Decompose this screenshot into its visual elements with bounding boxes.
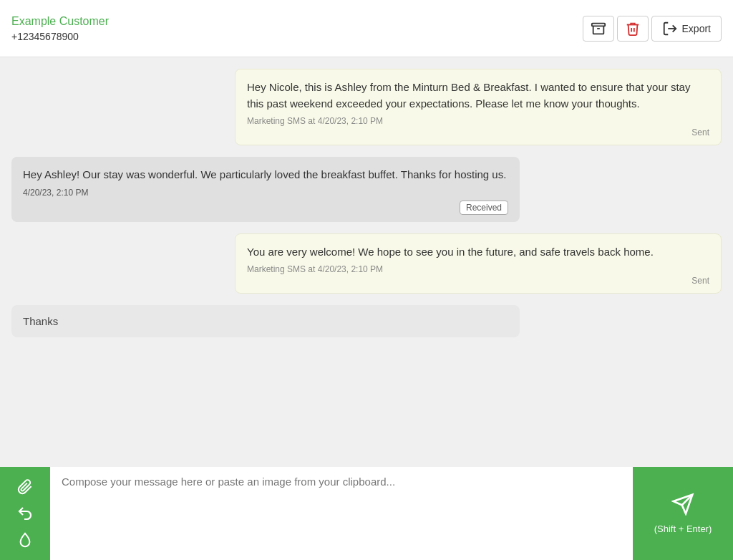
paperclip-icon	[17, 479, 33, 495]
draft-text: Thanks	[23, 315, 508, 327]
reply-icon	[16, 505, 34, 522]
send-icon	[671, 493, 694, 521]
received-footer: Received	[23, 201, 508, 215]
svg-rect-0	[591, 23, 604, 26]
message-meta: Marketing SMS at 4/20/23, 2:10 PM	[247, 264, 709, 274]
received-badge: Received	[460, 201, 508, 215]
compose-input[interactable]	[62, 475, 621, 551]
attach-button[interactable]	[11, 474, 39, 500]
archive-icon	[591, 21, 606, 37]
drop-button[interactable]	[11, 527, 39, 553]
message-draft: Thanks	[11, 305, 520, 337]
header-left: Example Customer +12345678900	[11, 15, 109, 42]
message-meta: 4/20/23, 2:10 PM	[23, 188, 508, 198]
export-button[interactable]: Export	[651, 16, 722, 42]
archive-button[interactable]	[583, 16, 614, 42]
message-status: Sent	[247, 276, 709, 286]
reply-button[interactable]	[11, 501, 39, 526]
chat-area: Hey Nicole, this is Ashley from the Mint…	[0, 57, 733, 467]
header: Example Customer +12345678900	[0, 0, 733, 57]
trash-icon	[625, 21, 641, 37]
message-text: You are very welcome! We hope to see you…	[247, 244, 709, 261]
export-label: Export	[682, 23, 711, 34]
toolbar-left	[0, 467, 50, 560]
compose-area[interactable]	[50, 467, 633, 560]
drop-icon	[17, 532, 33, 548]
message-meta: Marketing SMS at 4/20/23, 2:10 PM	[247, 116, 709, 126]
customer-name: Example Customer	[11, 15, 109, 28]
message-sent-1: Hey Nicole, this is Ashley from the Mint…	[235, 69, 722, 145]
header-actions: Export	[583, 16, 722, 42]
message-status: Sent	[247, 127, 709, 137]
send-label: (Shift + Enter)	[654, 523, 712, 534]
message-sent-2: You are very welcome! We hope to see you…	[235, 233, 722, 294]
export-icon	[662, 21, 678, 37]
delete-button[interactable]	[617, 16, 649, 42]
customer-phone: +12345678900	[11, 31, 109, 42]
message-received-1: Hey Ashley! Our stay was wonderful. We p…	[11, 157, 520, 222]
bottom-toolbar: (Shift + Enter)	[0, 467, 733, 560]
message-text: Hey Nicole, this is Ashley from the Mint…	[247, 79, 709, 112]
message-text: Hey Ashley! Our stay was wonderful. We p…	[23, 167, 508, 183]
send-button[interactable]: (Shift + Enter)	[633, 467, 733, 560]
